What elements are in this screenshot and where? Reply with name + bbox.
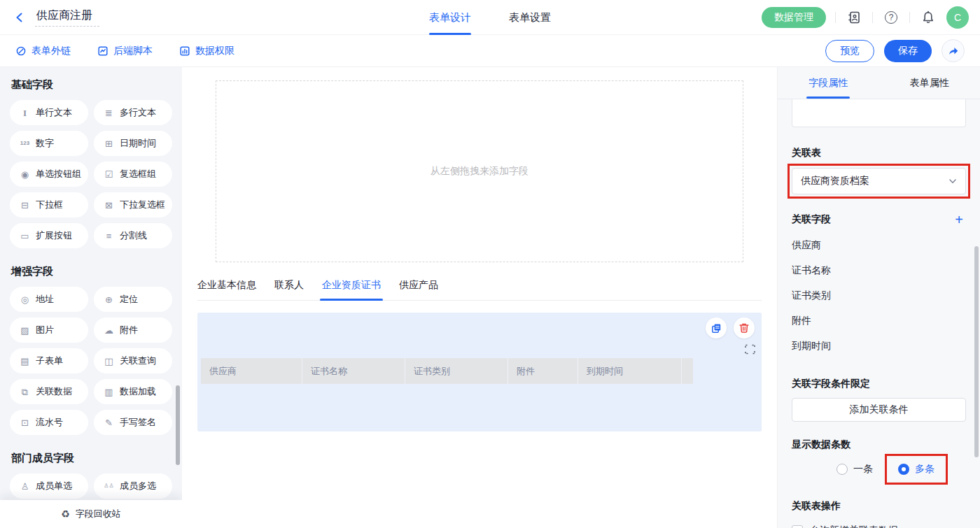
- field-button[interactable]: 123数字: [10, 131, 88, 156]
- field-button-label: 图片: [36, 324, 54, 336]
- field-button[interactable]: ◫关联查询: [94, 348, 172, 373]
- radio-option-multiple[interactable]: 多条: [898, 463, 934, 476]
- backend-script-button[interactable]: 后端脚本: [97, 45, 153, 57]
- checkbox-icon[interactable]: [792, 525, 803, 528]
- canvas-tab-products[interactable]: 供应产品: [399, 279, 438, 300]
- field-button-label: 地址: [36, 293, 54, 306]
- field-section: 基础字段I单行文本≣多行文本123数字⊞日期时间◉单选按钮组☑复选框组⊟下拉框⊠…: [10, 78, 172, 248]
- attachment-icon: ☁: [103, 326, 115, 335]
- field-button[interactable]: ☑复选框组: [94, 162, 172, 187]
- radio-icon[interactable]: [898, 464, 909, 475]
- table-header-cell: 附件: [508, 358, 578, 384]
- add-condition-button[interactable]: 添加关联条件: [792, 398, 966, 422]
- field-grid: I单行文本≣多行文本123数字⊞日期时间◉单选按钮组☑复选框组⊟下拉框⊠下拉复选…: [10, 100, 172, 248]
- related-field-item[interactable]: 供应商: [792, 239, 966, 252]
- field-button[interactable]: ♙♙成员多选: [94, 473, 172, 499]
- linked-data-component-selected[interactable]: 供应商证书名称证书类别附件到期时间: [197, 313, 762, 431]
- related-table-label: 关联表: [792, 147, 966, 159]
- panel-scrollbar[interactable]: [974, 246, 979, 457]
- field-button[interactable]: ⊠下拉复选框: [94, 192, 172, 217]
- field-button[interactable]: ≣多行文本: [94, 100, 172, 125]
- back-button[interactable]: [11, 9, 28, 26]
- form-title[interactable]: 供应商注册: [35, 8, 99, 27]
- delete-component-button[interactable]: [734, 317, 755, 338]
- field-button[interactable]: ⊡流水号: [10, 410, 88, 435]
- field-button[interactable]: ▤子表单: [10, 348, 88, 373]
- radio-icon[interactable]: [836, 464, 848, 475]
- canvas-tab-contacts[interactable]: 联系人: [274, 279, 304, 300]
- divider-icon: ≡: [103, 231, 115, 241]
- tab-form-design[interactable]: 表单设计: [429, 0, 471, 35]
- field-button[interactable]: ◉单选按钮组: [10, 162, 88, 187]
- field-button[interactable]: ♙成员单选: [10, 473, 88, 499]
- related-field-item[interactable]: 到期时间: [792, 340, 966, 352]
- contacts-book-button[interactable]: [845, 8, 863, 27]
- field-button-label: 定位: [120, 293, 138, 306]
- related-fields-header: 关联字段 +: [792, 213, 966, 227]
- form-designer-app: 供应商注册 表单设计 表单设置 数据管理 ?: [0, 0, 980, 528]
- display-count-radio-group: 一条多条: [792, 452, 966, 486]
- resize-handle-icon[interactable]: [745, 344, 755, 355]
- field-button-label: 子表单: [36, 355, 63, 367]
- field-button[interactable]: I单行文本: [10, 100, 88, 125]
- field-button[interactable]: ▥数据加载: [94, 379, 172, 404]
- share-button[interactable]: [941, 39, 965, 62]
- related-fields-label: 关联字段: [792, 213, 831, 226]
- field-button[interactable]: ▭扩展按钮: [10, 223, 88, 248]
- signature-icon: ✎: [103, 418, 115, 427]
- field-button[interactable]: ⊟下拉框: [10, 192, 88, 217]
- copy-component-button[interactable]: [706, 317, 727, 338]
- multi-line-text-icon: ≣: [103, 108, 115, 117]
- checkbox-group-icon: ☑: [103, 170, 115, 179]
- table-header-cell: 到期时间: [578, 358, 682, 384]
- preview-button[interactable]: 预览: [825, 40, 874, 62]
- field-button[interactable]: ≡分割线: [94, 223, 172, 248]
- field-section: 增强字段◎地址⊕定位▨图片☁附件▤子表单◫关联查询⧉关联数据▥数据加载⊡流水号✎…: [10, 265, 172, 435]
- canvas-tab-certificates[interactable]: 企业资质证书: [322, 279, 381, 300]
- related-field-item[interactable]: 附件: [792, 315, 966, 327]
- related-field-item[interactable]: 证书名称: [792, 264, 966, 277]
- field-recycle-bin-button[interactable]: ♻ 字段回收站: [0, 500, 182, 528]
- radio-option-single[interactable]: 一条: [836, 463, 873, 476]
- field-name-input-partial[interactable]: [792, 99, 966, 127]
- field-button[interactable]: ▨图片: [10, 317, 88, 343]
- divider: [872, 12, 873, 23]
- field-button[interactable]: ✎手写签名: [94, 410, 172, 435]
- tab-field-properties[interactable]: 字段属性: [778, 67, 879, 99]
- external-link-button[interactable]: 表单外链: [15, 45, 71, 57]
- related-field-item[interactable]: 证书类别: [792, 290, 966, 302]
- data-manage-button[interactable]: 数据管理: [762, 7, 826, 28]
- tab-form-settings[interactable]: 表单设置: [509, 0, 551, 35]
- notifications-button[interactable]: [919, 8, 937, 27]
- field-button[interactable]: ☁附件: [94, 317, 172, 343]
- field-button[interactable]: ⧉关联数据: [10, 379, 88, 404]
- field-button-label: 下拉框: [36, 199, 63, 211]
- data-load-icon: ▥: [103, 387, 115, 397]
- field-button[interactable]: ⊕定位: [94, 287, 172, 312]
- field-button[interactable]: ◎地址: [10, 287, 88, 312]
- form-canvas: 从左侧拖拽来添加字段 企业基本信息 联系人 企业资质证书 供应产品: [182, 67, 777, 528]
- external-link-icon: [15, 45, 27, 57]
- bell-icon: [921, 10, 935, 24]
- table-header-cell: 证书类别: [405, 358, 508, 384]
- field-button-label: 成员单选: [36, 480, 72, 492]
- field-button-label: 关联数据: [36, 385, 72, 398]
- sidebar-scrollbar[interactable]: [176, 385, 180, 465]
- table-header-cell: 证书名称: [302, 358, 405, 384]
- save-button[interactable]: 保存: [884, 40, 932, 62]
- related-table-select[interactable]: 供应商资质档案: [792, 168, 966, 194]
- canvas-tab-basic-info[interactable]: 企业基本信息: [197, 279, 256, 300]
- contacts-book-icon: [847, 10, 861, 24]
- annotation-highlight-multiple: 多条: [885, 454, 948, 485]
- help-button[interactable]: ?: [882, 8, 900, 27]
- data-permission-button[interactable]: 数据权限: [179, 45, 234, 57]
- allow-add-linked-data-option[interactable]: 允许新增关联表数据: [792, 525, 966, 528]
- serial-number-icon: ⊡: [19, 418, 31, 427]
- drop-placeholder[interactable]: 从左侧拖拽来添加字段: [216, 80, 743, 262]
- avatar[interactable]: C: [946, 6, 969, 29]
- add-related-field-button[interactable]: +: [952, 213, 966, 227]
- display-count-label: 显示数据条数: [792, 438, 966, 451]
- field-button[interactable]: ⊞日期时间: [94, 131, 172, 156]
- tab-form-properties[interactable]: 表单属性: [879, 67, 980, 99]
- image-icon: ▨: [19, 326, 31, 335]
